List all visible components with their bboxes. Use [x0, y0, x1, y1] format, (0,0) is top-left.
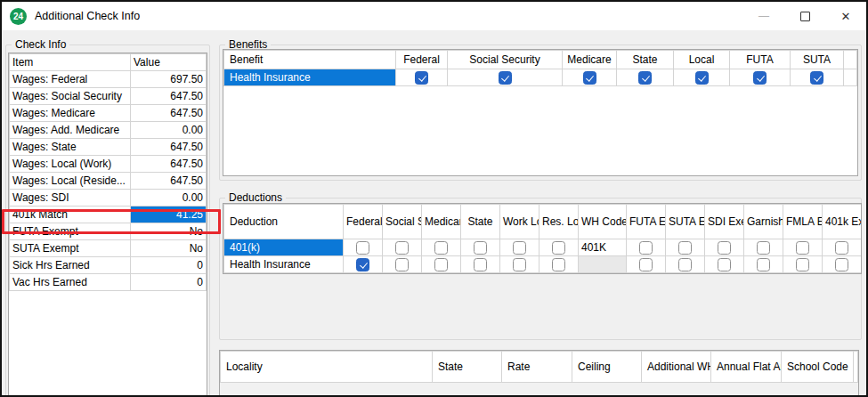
checkbox-cell[interactable]	[666, 239, 705, 256]
value-cell[interactable]: 0	[131, 257, 207, 274]
item-cell[interactable]: Wages: Social Security	[10, 88, 131, 105]
item-cell[interactable]: Sick Hrs Earned	[10, 257, 131, 274]
checkbox-unchecked-icon	[757, 258, 770, 271]
item-cell[interactable]: Wages: Local (Work)	[10, 156, 131, 173]
checkbox-cell[interactable]	[563, 69, 617, 86]
item-cell[interactable]: Wages: Medicare	[10, 105, 131, 122]
benefit-name-cell[interactable]: Health Insurance	[224, 69, 396, 86]
checkbox-cell[interactable]	[539, 256, 579, 273]
item-cell[interactable]: Wages: SDI	[10, 190, 131, 207]
value-cell[interactable]: 647.50	[131, 173, 207, 190]
header-row: DeductionFederalSocial SecurityMedicareS…	[224, 205, 862, 239]
item-cell[interactable]: Wages: Federal	[10, 71, 131, 88]
checkbox-cell[interactable]	[705, 239, 744, 256]
checkbox-unchecked-icon	[678, 241, 692, 255]
column-header: SDI Exempt	[705, 205, 744, 239]
checkbox-cell[interactable]	[627, 256, 666, 273]
checkbox-cell[interactable]	[791, 69, 844, 86]
table-row: Wages: Local (Work)647.50	[10, 156, 207, 173]
checkbox-cell[interactable]	[344, 239, 383, 256]
checkbox-cell[interactable]	[744, 239, 783, 256]
checkbox-cell[interactable]	[705, 256, 744, 273]
checkbox-cell[interactable]	[783, 239, 823, 256]
maximize-button[interactable]	[784, 2, 825, 30]
wh-code-cell[interactable]: 401K	[579, 239, 627, 256]
column-header: Res. Local	[539, 205, 579, 239]
table-row: Wages: State647.50	[10, 139, 207, 156]
checkbox-cell[interactable]	[823, 239, 862, 256]
checkbox-cell[interactable]	[422, 239, 461, 256]
value-cell[interactable]: No	[131, 240, 207, 257]
checkbox-cell[interactable]	[344, 256, 383, 273]
checkbox-cell[interactable]	[627, 239, 666, 256]
checkbox-cell[interactable]	[666, 256, 705, 273]
checkbox-cell[interactable]	[422, 256, 461, 273]
checkbox-unchecked-icon	[513, 241, 526, 255]
item-cell[interactable]: 401k Match	[10, 207, 131, 223]
value-cell[interactable]: 41.25	[131, 207, 207, 223]
item-cell[interactable]: FUTA Exempt	[10, 223, 131, 240]
deduction-name-cell[interactable]: 401(k)	[224, 239, 344, 256]
column-header: Locality	[221, 352, 433, 383]
checkbox-cell[interactable]	[500, 256, 539, 273]
value-cell[interactable]: 0.00	[131, 190, 207, 207]
item-cell[interactable]: Wages: Local (Reside...	[10, 173, 131, 190]
column-header: Local	[674, 51, 730, 69]
titlebar[interactable]: 24 Additional Check Info — ✕	[2, 2, 866, 30]
value-cell[interactable]: 647.50	[131, 156, 207, 173]
close-button[interactable]: ✕	[825, 2, 866, 30]
checkbox-checked-icon	[356, 258, 369, 271]
value-cell[interactable]: 647.50	[131, 139, 207, 156]
app-24-icon: 24	[10, 8, 27, 25]
value-cell[interactable]: 647.50	[131, 88, 207, 105]
deduction-name-cell[interactable]: Health Insurance	[224, 256, 344, 273]
checkbox-cell[interactable]	[744, 256, 783, 273]
value-cell[interactable]: 0.00	[131, 122, 207, 139]
column-header: Deduction	[224, 205, 344, 239]
minimize-button[interactable]: —	[743, 2, 784, 30]
checkbox-checked-icon	[753, 71, 767, 85]
value-cell[interactable]: 0	[131, 274, 207, 291]
value-cell[interactable]: 647.50	[131, 105, 207, 122]
dialog-body: Check Info ItemValueWages: Federal697.50…	[2, 30, 866, 395]
close-icon: ✕	[841, 10, 851, 23]
column-header: FUTA Exempt	[627, 205, 666, 239]
checkbox-cell[interactable]	[461, 256, 500, 273]
checkbox-cell[interactable]	[730, 69, 791, 86]
app-icon-text: 24	[13, 12, 23, 21]
checkbox-cell[interactable]	[823, 256, 862, 273]
checkbox-cell[interactable]	[674, 69, 730, 86]
item-cell[interactable]: Vac Hrs Earned	[10, 274, 131, 291]
checkbox-cell[interactable]	[617, 69, 674, 86]
checkbox-cell[interactable]	[396, 69, 448, 86]
column-header: Benefit	[224, 51, 396, 69]
item-cell[interactable]: Wages: Add. Medicare	[10, 122, 131, 139]
checkbox-checked-icon	[695, 71, 709, 85]
checkbox-checked-icon	[810, 71, 823, 85]
wh-code-cell[interactable]	[579, 256, 627, 273]
value-cell[interactable]: 697.50	[131, 71, 207, 88]
value-cell[interactable]: No	[131, 223, 207, 240]
filler-cell	[854, 352, 858, 383]
checkbox-cell[interactable]	[461, 239, 500, 256]
checkbox-cell[interactable]	[783, 256, 823, 273]
checkbox-cell[interactable]	[383, 239, 422, 256]
additional-check-info-window: 24 Additional Check Info — ✕ Check Info …	[0, 0, 868, 397]
window-title: Additional Check Info	[35, 10, 743, 22]
item-cell[interactable]: Wages: State	[10, 139, 131, 156]
checkbox-cell[interactable]	[448, 69, 563, 86]
checkbox-unchecked-icon	[639, 241, 653, 255]
column-header: School Code	[782, 352, 854, 383]
table-row: 401k Match41.25	[10, 207, 207, 223]
column-header: Federal	[344, 205, 383, 239]
table-row: Wages: Medicare647.50	[10, 105, 207, 122]
checkbox-unchecked-icon	[678, 258, 692, 271]
table-row: Wages: SDI0.00	[10, 190, 207, 207]
checkbox-cell[interactable]	[383, 256, 422, 273]
checkbox-unchecked-icon	[835, 241, 848, 255]
checkbox-cell[interactable]	[539, 239, 579, 256]
item-cell[interactable]: SUTA Exempt	[10, 240, 131, 257]
checkbox-cell[interactable]	[500, 239, 539, 256]
locality-table: LocalityStateRateCeilingAdditional WHAnn…	[220, 351, 858, 383]
filler-cell	[844, 69, 857, 86]
